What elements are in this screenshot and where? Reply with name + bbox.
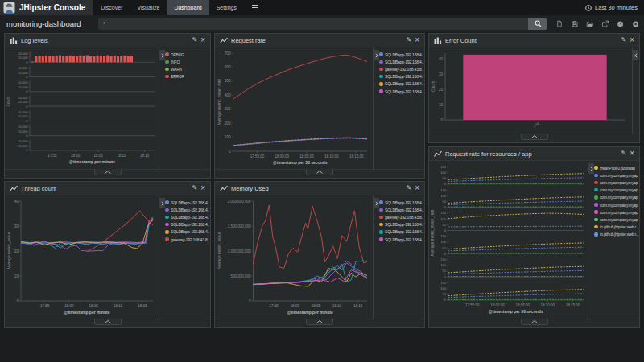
collapse-panel-button[interactable] xyxy=(521,134,548,140)
open-folder-icon[interactable] xyxy=(586,19,594,28)
legend-item[interactable]: HikariPool-0.poolWait xyxy=(594,164,638,171)
collapse-panel-button[interactable] xyxy=(94,169,122,175)
search-button[interactable] xyxy=(528,18,547,30)
edit-panel-icon[interactable]: ✎ xyxy=(621,37,626,43)
legend-item[interactable]: io.github.jhipster.web.r... xyxy=(594,224,638,231)
svg-text:100: 100 xyxy=(440,240,446,244)
legend-item[interactable]: gateway-192.168.43.8... xyxy=(379,65,423,72)
collapse-panel-button[interactable] xyxy=(306,169,333,175)
clock-icon[interactable] xyxy=(617,19,625,28)
svg-text:Average metric_mean_rate: Average metric_mean_rate xyxy=(217,79,221,125)
legend-item[interactable]: SQLDBapp-192.168.4... xyxy=(379,206,423,213)
legend-item[interactable]: com.mycompany.myap... xyxy=(594,201,638,208)
legend-item[interactable]: com.mycompany.myap... xyxy=(594,216,638,223)
svg-text:_all: _all xyxy=(532,121,539,127)
legend-item[interactable]: SQLDBapp-192.168.4... xyxy=(379,236,423,243)
svg-text:18:00:00: 18:00:00 xyxy=(275,154,290,158)
legend-toggle[interactable] xyxy=(633,50,638,60)
chart-error-count: 010203040_allCount xyxy=(429,47,632,134)
legend-item[interactable]: WARN xyxy=(165,65,209,72)
legend-toggle[interactable] xyxy=(374,50,379,60)
legend-item[interactable]: SQLDBapp-192.168.4... xyxy=(379,51,423,58)
svg-text:18:10: 18:10 xyxy=(117,154,126,158)
legend-item[interactable]: com.mycompany.myap... xyxy=(594,171,638,179)
gear-icon[interactable] xyxy=(632,19,640,28)
legend-item[interactable]: SQLDBapp-192.168.4... xyxy=(165,199,209,206)
legend-item[interactable]: SQLDBapp-192.168.4... xyxy=(379,88,423,95)
legend: SQLDBapp-192.168.4...SQLDBapp-192.168.4.… xyxy=(159,195,210,319)
collapse-panel-button[interactable] xyxy=(94,319,122,325)
new-document-icon[interactable] xyxy=(555,19,564,28)
svg-text:17:55: 17:55 xyxy=(47,154,57,158)
svg-text:17:55: 17:55 xyxy=(40,304,50,308)
svg-text:150: 150 xyxy=(440,257,446,261)
legend-item[interactable]: com.mycompany.myap... xyxy=(594,179,638,186)
svg-text:2,000,000,000: 2,000,000,000 xyxy=(228,200,251,204)
legend-toggle[interactable] xyxy=(159,198,165,208)
legend-item[interactable]: com.mycompany.myap... xyxy=(594,187,638,194)
legend-item[interactable]: SQLDBapp-192.168.4... xyxy=(379,228,423,236)
legend-item[interactable]: io.github.jhipster.web.r... xyxy=(594,231,638,238)
dashboard-name: monitoring-dashboard xyxy=(6,15,80,32)
legend-item[interactable]: SQLDBapp-192.168.4... xyxy=(379,58,423,65)
time-picker[interactable]: Last 30 minutes xyxy=(585,0,644,15)
legend-item[interactable]: SQLDBapp-192.168.4... xyxy=(379,199,423,206)
panel-error-count: Error Count✎×010203040_allCount xyxy=(428,33,640,143)
legend-item[interactable]: ERROR xyxy=(165,73,209,80)
svg-text:18:00:00: 18:00:00 xyxy=(490,303,505,307)
panel-log-levels: Log levels✎×40,00020,000040,00020,000040… xyxy=(4,33,211,179)
collapse-panel-button[interactable] xyxy=(306,319,333,325)
legend-item[interactable]: SQLDBapp-192.168.4... xyxy=(379,221,423,228)
svg-text:150: 150 xyxy=(440,281,446,285)
close-panel-icon[interactable]: × xyxy=(415,37,419,43)
panel-memory-used: Memory Used✎×0500,000,0001,000,000,0001,… xyxy=(214,181,425,328)
edit-panel-icon[interactable]: ✎ xyxy=(406,37,411,43)
legend-item[interactable]: gateway-192.168.43.8... xyxy=(379,213,423,220)
svg-text:500: 500 xyxy=(225,79,231,83)
edit-panel-icon[interactable]: ✎ xyxy=(192,37,197,43)
legend-item[interactable]: DEBUG xyxy=(165,51,209,58)
legend: SQLDBapp-192.168.4...SQLDBapp-192.168.4.… xyxy=(373,195,424,319)
nav-item-visualize[interactable]: Visualize xyxy=(130,0,167,15)
close-panel-icon[interactable]: × xyxy=(200,37,205,43)
edit-panel-icon[interactable]: ✎ xyxy=(192,185,197,191)
legend-item[interactable]: com.mycompany.myap... xyxy=(594,194,638,201)
save-icon[interactable] xyxy=(571,19,579,28)
legend-toggle[interactable] xyxy=(374,198,379,208)
close-panel-icon[interactable]: × xyxy=(630,37,634,43)
collapse-panel-button[interactable] xyxy=(521,319,548,325)
panel-title: Log levels xyxy=(21,37,48,44)
svg-text:10: 10 xyxy=(439,103,444,107)
svg-text:40,000: 40,000 xyxy=(18,139,28,143)
legend-item[interactable]: SQLDBapp-192.168.4... xyxy=(165,206,209,213)
nav-item-settings[interactable]: Settings xyxy=(209,0,244,15)
close-panel-icon[interactable]: × xyxy=(200,185,205,191)
close-panel-icon[interactable]: × xyxy=(630,150,634,157)
legend-toggle[interactable] xyxy=(159,50,165,60)
legend-item[interactable]: com.mycompany.myap... xyxy=(594,208,638,216)
legend-item[interactable]: SQLDBapp-192.168.4... xyxy=(165,228,209,236)
edit-panel-icon[interactable]: ✎ xyxy=(621,150,626,157)
legend-item[interactable]: SQLDBapp-192.168.4... xyxy=(379,80,423,88)
svg-text:50: 50 xyxy=(443,223,447,227)
svg-text:0: 0 xyxy=(249,299,251,303)
chart-thread-count: 01020304017:5518:0018:0518:1018:15@times… xyxy=(5,195,159,319)
svg-text:17:55: 17:55 xyxy=(269,304,279,308)
svg-text:Average metric_value: Average metric_value xyxy=(217,232,221,270)
legend-item[interactable]: SQLDBapp-192.168.4... xyxy=(379,73,423,80)
legend-toggle[interactable] xyxy=(588,163,594,174)
legend-item[interactable]: SQLDBapp-192.168.4... xyxy=(165,213,209,220)
close-panel-icon[interactable]: × xyxy=(415,185,419,191)
legend-item[interactable]: INFO xyxy=(165,58,209,65)
nav-item-discover[interactable]: Discover xyxy=(93,0,130,15)
edit-panel-icon[interactable]: ✎ xyxy=(406,185,411,191)
svg-text:18:15: 18:15 xyxy=(353,304,363,308)
query-input[interactable] xyxy=(98,18,528,30)
legend-item[interactable]: SQLDBapp-192.168.4... xyxy=(165,221,209,228)
legend-item[interactable]: gateway-192.168.43.8... xyxy=(165,236,209,243)
nav-item-dashboard[interactable]: Dashboard xyxy=(167,0,208,15)
menu-icon[interactable] xyxy=(244,0,266,15)
brand-title: JHipster Console xyxy=(18,0,93,15)
svg-text:100: 100 xyxy=(440,263,446,267)
share-icon[interactable] xyxy=(601,19,609,28)
